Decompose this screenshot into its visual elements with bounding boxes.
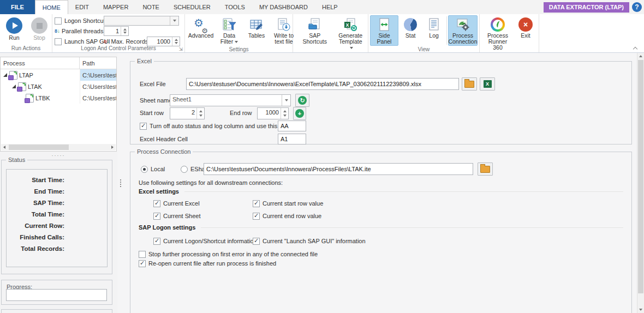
header-cell-input[interactable] bbox=[278, 134, 306, 145]
ribbon-tabbar: FILE HOME EDIT MAPPER NOTE SCHEDULER TOO… bbox=[0, 0, 644, 15]
vertical-splitter[interactable] bbox=[117, 53, 124, 313]
ribbon-collapse-icon[interactable] bbox=[634, 46, 637, 50]
current-logon-checkbox[interactable] bbox=[153, 238, 160, 245]
auto-status-checkbox[interactable] bbox=[140, 123, 147, 130]
excel-header-cell-label: Excel Header Cell bbox=[140, 136, 188, 142]
start-row-stepper[interactable]: 2 bbox=[170, 107, 205, 119]
add-range-button[interactable]: + bbox=[293, 107, 306, 120]
sap-shortcuts-icon bbox=[308, 17, 322, 32]
auto-status-checkbox-row[interactable]: Turn off auto status and log column and … bbox=[140, 123, 299, 130]
app-title-badge: DATA EXTRACTOR (LTAP) bbox=[544, 2, 629, 13]
current-logon-checkbox-row[interactable]: Current Logon/Shortcut information bbox=[153, 238, 257, 245]
local-radio[interactable] bbox=[141, 166, 148, 173]
stepper-arrows-icon[interactable] bbox=[121, 27, 128, 35]
scrollbar-thumb[interactable] bbox=[9, 145, 69, 150]
refresh-sheets-button[interactable]: ↻ bbox=[295, 94, 309, 107]
stat-button[interactable]: Stat bbox=[398, 15, 422, 40]
dialog-launcher-icon[interactable]: ⇲ bbox=[178, 47, 183, 52]
local-radio-row[interactable]: Local bbox=[141, 166, 165, 173]
generate-template-button[interactable]: X GenerateTemplate bbox=[335, 15, 366, 52]
run-button[interactable]: Run bbox=[2, 15, 27, 42]
scroll-down-icon[interactable] bbox=[637, 306, 644, 313]
open-in-excel-button[interactable]: X bbox=[480, 77, 495, 91]
launch-sap-gui-checkbox[interactable] bbox=[55, 38, 62, 45]
help-icon[interactable]: ? bbox=[632, 2, 642, 12]
stop-on-error-checkbox-row[interactable]: Stop further processing on first error i… bbox=[139, 251, 318, 258]
tree-cell-path[interactable]: C:\Users\testu bbox=[80, 92, 116, 104]
logon-shortcut-checkbox[interactable] bbox=[55, 17, 62, 25]
vertical-scrollbar[interactable] bbox=[637, 53, 644, 313]
excel-file-input[interactable] bbox=[186, 78, 459, 90]
browse-excel-file-button[interactable] bbox=[462, 77, 477, 91]
end-row-stepper[interactable]: 1000 bbox=[257, 107, 289, 119]
tables-button[interactable]: Tables bbox=[243, 15, 270, 40]
process-runner-360-button[interactable]: ProcessRunner 360 bbox=[481, 15, 514, 52]
current-start-row-checkbox[interactable] bbox=[253, 200, 260, 207]
tree-row-ltak[interactable]: LTAK C:\Users\testu bbox=[1, 81, 116, 92]
current-launch-gui-checkbox[interactable] bbox=[253, 238, 260, 245]
expander-icon[interactable] bbox=[3, 73, 8, 77]
sheet-name-combobox[interactable]: Sheet1 bbox=[170, 94, 291, 106]
current-excel-checkbox-row[interactable]: Current Excel bbox=[153, 200, 200, 207]
current-start-row-checkbox-row[interactable]: Current start row value bbox=[253, 200, 323, 207]
logon-shortcut-combobox[interactable] bbox=[104, 16, 179, 26]
connection-path-input[interactable] bbox=[204, 163, 473, 175]
parallel-threads-stepper[interactable]: 1 bbox=[104, 26, 129, 36]
status-label: SAP Time: bbox=[7, 197, 64, 209]
tab-home[interactable]: HOME bbox=[35, 0, 68, 14]
tab-help[interactable]: HELP bbox=[315, 0, 345, 14]
progress-bar bbox=[6, 289, 107, 301]
scroll-left-icon[interactable] bbox=[1, 144, 8, 151]
expander-icon[interactable] bbox=[11, 84, 16, 89]
scroll-right-icon[interactable] bbox=[109, 144, 116, 151]
current-excel-checkbox[interactable] bbox=[153, 200, 160, 207]
data-filter-button[interactable]: Data Filter bbox=[215, 15, 243, 46]
sap-shortcuts-button[interactable]: SAP Shortcuts bbox=[295, 15, 335, 46]
browse-connection-button[interactable] bbox=[478, 162, 493, 176]
reopen-file-checkbox[interactable] bbox=[139, 260, 146, 267]
tree-row-ltbk[interactable]: LTBK C:\Users\testu bbox=[1, 92, 116, 104]
group-caption-run-actions: Run Actions bbox=[0, 45, 52, 52]
tab-tools[interactable]: TOOLS bbox=[218, 0, 252, 14]
current-end-row-checkbox[interactable] bbox=[253, 213, 260, 220]
process-connection-button[interactable]: ProcessConnection bbox=[448, 15, 478, 46]
stepper-arrows-icon[interactable] bbox=[196, 108, 204, 119]
current-end-row-checkbox-row[interactable]: Current end row value bbox=[253, 213, 321, 220]
tab-file[interactable]: FILE bbox=[0, 0, 35, 14]
reopen-file-checkbox-row[interactable]: Re-open current file after run process i… bbox=[139, 260, 276, 267]
tab-my-dashboard[interactable]: MY DASHBOARD bbox=[252, 0, 315, 14]
advanced-button[interactable]: ⚙⚙ Advanced bbox=[187, 15, 215, 40]
stop-on-error-checkbox[interactable] bbox=[139, 251, 146, 258]
tree-cell-path[interactable]: C:\Users\testu bbox=[80, 69, 116, 81]
tree-cell-path[interactable]: C:\Users\testu bbox=[80, 81, 116, 92]
column-header-process[interactable]: Process bbox=[1, 57, 79, 69]
tree-horizontal-scrollbar[interactable] bbox=[1, 144, 116, 151]
max-records-icon: n↓ bbox=[104, 39, 110, 44]
scrollbar-thumb[interactable] bbox=[638, 60, 643, 293]
status-label: Current Row: bbox=[7, 220, 64, 232]
current-sheet-checkbox-row[interactable]: Current Sheet bbox=[153, 213, 200, 220]
group-view: Side Panel Stat Log bbox=[368, 14, 480, 52]
scroll-up-icon[interactable] bbox=[637, 53, 644, 59]
ribbon-spacer bbox=[539, 14, 644, 52]
tree-row-ltap[interactable]: LTAP C:\Users\testu bbox=[1, 69, 116, 81]
exit-button[interactable]: × Exit bbox=[514, 15, 537, 40]
ribbon: Run Stop Run Actions Logon Shortcut bbox=[0, 14, 644, 53]
stepper-arrows-icon[interactable] bbox=[281, 108, 288, 119]
log-button[interactable]: Log bbox=[422, 15, 445, 40]
tab-mapper[interactable]: MAPPER bbox=[96, 0, 135, 14]
run-icon bbox=[6, 17, 22, 34]
stop-button[interactable]: Stop bbox=[27, 15, 52, 42]
tab-edit[interactable]: EDIT bbox=[68, 0, 96, 14]
side-panel-button[interactable]: Side Panel bbox=[370, 15, 398, 46]
process-connection-icon bbox=[456, 17, 470, 32]
tab-note[interactable]: NOTE bbox=[135, 0, 166, 14]
status-column-input[interactable] bbox=[278, 121, 306, 131]
chevron-down-icon bbox=[282, 95, 290, 106]
tree-header: Process Path bbox=[1, 57, 116, 69]
current-sheet-checkbox[interactable] bbox=[153, 213, 160, 220]
tab-scheduler[interactable]: SCHEDULER bbox=[166, 0, 218, 14]
eshare-radio[interactable] bbox=[181, 166, 188, 173]
current-launch-gui-checkbox-row[interactable]: Current "Launch SAP GUI" information bbox=[253, 238, 366, 245]
column-header-path[interactable]: Path bbox=[79, 57, 116, 69]
